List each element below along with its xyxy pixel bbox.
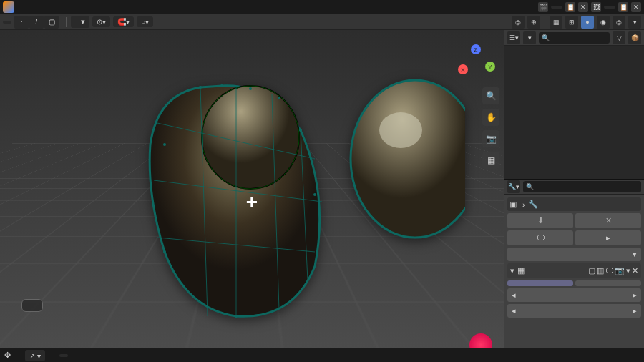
snap-dropdown[interactable]: 🧲▾: [113, 16, 134, 27]
apply-all-button[interactable]: ⬇: [507, 213, 573, 228]
camera-view-icon[interactable]: 📷: [482, 130, 499, 147]
outliner-header: ☰▾ ▾ 🔍 ▽ 📦: [504, 30, 644, 46]
svg-point-8: [313, 193, 316, 196]
pivot-dropdown[interactable]: ⊙▾: [92, 16, 110, 27]
gizmo-y-axis[interactable]: Y: [485, 62, 495, 72]
shading-options-icon[interactable]: ▾: [628, 16, 641, 29]
svg-point-11: [351, 80, 465, 238]
properties-panel: ▣ › 🔧 ⬇ ✕ 🖵 ▸ ▾ ▾ ▦: [504, 195, 644, 362]
gizmo-toggle-icon[interactable]: ◎: [512, 16, 525, 29]
mesh-object: [93, 52, 465, 323]
face-select-icon[interactable]: ▢: [44, 16, 59, 29]
toggle-stack-button[interactable]: ▸: [575, 230, 641, 245]
subtitle-overlay: [25, 336, 479, 337]
orientation-dropdown[interactable]: ▾: [71, 16, 89, 28]
material-shading-icon[interactable]: ◉: [597, 16, 610, 29]
top-menu-bar: 🎬 📋 ✕ 🖼 📋 ✕: [0, 0, 644, 14]
subdivision-modifier-header[interactable]: ▾ ▦ ▢ ▥ 🖵 📷 ▾ ✕: [507, 263, 641, 278]
gizmo-x-axis[interactable]: X: [458, 64, 468, 74]
outliner-search[interactable]: 🔍: [539, 32, 610, 44]
viewlayer-name[interactable]: [604, 6, 615, 9]
filter-icon[interactable]: ▽: [613, 31, 625, 44]
on-cage-icon[interactable]: ▢: [588, 266, 595, 275]
viewport-vis-button[interactable]: 🖵: [507, 230, 573, 245]
overlay-toggle-icon[interactable]: ⊕: [527, 16, 540, 29]
add-modifier-dropdown[interactable]: ▾: [507, 248, 641, 261]
rendered-shading-icon[interactable]: ◎: [613, 16, 625, 29]
realtime-icon[interactable]: 🖵: [605, 266, 613, 275]
new-collection-icon[interactable]: 📦: [628, 31, 641, 44]
close-icon[interactable]: ✕: [632, 266, 638, 275]
solid-shading-icon[interactable]: ●: [581, 16, 594, 29]
catmull-clark-button[interactable]: [507, 280, 573, 286]
svg-point-4: [249, 87, 252, 90]
delete-all-button[interactable]: ✕: [575, 213, 641, 228]
render-levels-field[interactable]: ◂▸: [507, 304, 641, 318]
svg-point-2: [199, 86, 202, 89]
shift-key-indicator: [21, 299, 43, 312]
status-bar: ✥ ↗ ▾: [0, 348, 644, 362]
svg-point-6: [299, 129, 302, 132]
wireframe-shading-icon[interactable]: ⊞: [565, 16, 578, 29]
svg-point-9: [163, 250, 166, 253]
display-mode-icon[interactable]: ▾: [523, 31, 536, 44]
perspective-toggle-icon[interactable]: ▦: [482, 152, 499, 169]
modifier-breadcrumb: ▣ › 🔧: [507, 197, 641, 211]
delete-icon[interactable]: ✕: [578, 2, 588, 12]
orientation-icon[interactable]: ✥: [4, 351, 11, 360]
svg-point-7: [163, 143, 166, 146]
3d-viewport[interactable]: Z Y X 🔍 ✋ 📷 ▦ +: [0, 30, 504, 362]
edit-mode-icon[interactable]: ▥: [597, 266, 604, 275]
xray-icon[interactable]: ▦: [550, 16, 562, 29]
properties-search[interactable]: 🔍: [523, 181, 641, 192]
render-icon[interactable]: 📷: [615, 266, 625, 275]
vertex-select-icon[interactable]: ⬝: [14, 16, 29, 29]
svg-point-0: [202, 86, 299, 189]
viewlayer-icon[interactable]: 🖼: [591, 2, 601, 12]
outliner[interactable]: [504, 46, 644, 179]
mesh-icon: ▣: [509, 200, 517, 209]
move-view-icon[interactable]: ✋: [482, 109, 499, 126]
viewport-levels-field[interactable]: ◂▸: [507, 288, 641, 302]
scene-icon[interactable]: 🎬: [538, 2, 548, 12]
copy-icon[interactable]: 📋: [565, 2, 575, 12]
editor-type-icon[interactable]: ☰▾: [507, 31, 520, 44]
gizmo-z-axis[interactable]: Z: [471, 44, 481, 54]
modifier-icon: 🔧: [528, 200, 538, 209]
expand-icon[interactable]: ▾: [626, 266, 630, 275]
modifier-icon: ▦: [517, 266, 525, 275]
viewport-controls: 🔍 ✋ 📷 ▦: [482, 87, 499, 169]
edge-select-icon[interactable]: /: [29, 16, 44, 29]
properties-header: 🔧▾ 🔍: [504, 179, 644, 195]
delete-icon[interactable]: ✕: [631, 2, 641, 12]
viewport-header: ⬝ / ▢ ▾ ⊙▾ 🧲▾ ○▾ ◎ ⊕ ▦ ⊞ ● ◉ ◎ ▾: [0, 14, 644, 30]
default-dropdown[interactable]: ↗ ▾: [25, 350, 45, 361]
blender-logo[interactable]: [3, 1, 14, 13]
svg-point-12: [379, 112, 422, 148]
svg-point-10: [235, 315, 238, 318]
zoom-icon[interactable]: 🔍: [482, 87, 499, 104]
scene-name[interactable]: [551, 6, 562, 9]
svg-point-5: [278, 97, 280, 99]
editor-type-icon[interactable]: 🔧▾: [507, 180, 520, 193]
simple-button[interactable]: [575, 280, 641, 286]
navigation-gizmo[interactable]: Z Y X: [458, 44, 494, 80]
mode-select[interactable]: [3, 21, 11, 24]
drag-mode[interactable]: [59, 354, 68, 357]
svg-point-3: [220, 84, 223, 87]
proportional-dropdown[interactable]: ○▾: [137, 16, 153, 27]
copy-icon[interactable]: 📋: [618, 2, 628, 12]
chevron-down-icon: ▾: [510, 266, 514, 275]
